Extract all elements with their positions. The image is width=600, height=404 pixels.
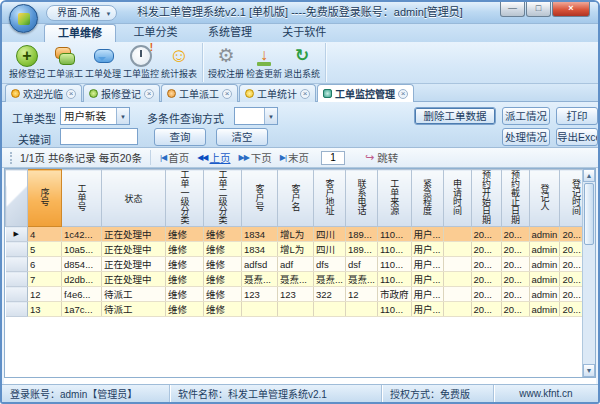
table-cell[interactable]: 维修	[166, 227, 204, 242]
table-cell[interactable]: 待派工	[102, 302, 166, 317]
table-cell[interactable]: 用户...	[411, 227, 443, 242]
table-cell[interactable]: 四川	[314, 242, 346, 257]
column-header[interactable]: 登记人	[529, 170, 560, 227]
table-cell[interactable]: 20...	[501, 287, 529, 302]
table-cell[interactable]: 聂焘...	[242, 272, 278, 287]
close-button[interactable]: ×	[552, 2, 590, 17]
table-cell[interactable]: 110...	[378, 272, 412, 287]
row-selector[interactable]	[6, 242, 28, 257]
table-cell[interactable]: 20...	[471, 242, 501, 257]
table-cell[interactable]: 维修	[204, 242, 242, 257]
table-cell[interactable]: 维修	[166, 302, 204, 317]
tab-work-order-category[interactable]: 工单分类	[120, 24, 190, 42]
search-button[interactable]: 查询	[154, 128, 206, 146]
delete-order-data-button[interactable]: 删除工单数据	[414, 107, 496, 125]
table-cell[interactable]: 用户...	[411, 257, 443, 272]
table-cell[interactable]: 1c42...	[62, 227, 102, 242]
table-cell[interactable]: 聂焘...	[314, 272, 346, 287]
vertical-scrollbar[interactable]: ▲ ▼	[582, 169, 595, 377]
table-cell[interactable]: 4	[28, 227, 62, 242]
column-header[interactable]: 紧急程度	[411, 170, 443, 227]
table-cell[interactable]	[242, 302, 278, 317]
table-cell[interactable]	[443, 257, 471, 272]
table-cell[interactable]: 1a7c...	[62, 302, 102, 317]
table-cell[interactable]: 10a5...	[62, 242, 102, 257]
table-cell[interactable]: 123	[242, 287, 278, 302]
table-cell[interactable]: adfsd	[242, 257, 278, 272]
table-cell[interactable]: 维修	[166, 287, 204, 302]
table-cell[interactable]: 维修	[204, 302, 242, 317]
column-header[interactable]: 预约开始日期	[471, 170, 501, 227]
table-cell[interactable]: 维修	[204, 227, 242, 242]
doc-tab-order-monitor-manage[interactable]: 工单监控管理×	[317, 84, 414, 102]
table-cell[interactable]: 20...	[501, 302, 529, 317]
table-cell[interactable]: 维修	[204, 287, 242, 302]
table-cell[interactable]: 20...	[501, 272, 529, 287]
table-row[interactable]: 510a5...正在处理中维修维修1834增L为四川189...110...用户…	[6, 242, 592, 257]
column-header[interactable]: 工单号	[62, 170, 102, 227]
scrollbar-thumb[interactable]	[584, 183, 594, 245]
table-cell[interactable]: 123	[278, 287, 314, 302]
table-cell[interactable]: 聂焘...	[278, 272, 314, 287]
scroll-down-icon[interactable]: ▼	[583, 364, 595, 377]
repair-register-button[interactable]: 报修登记	[8, 43, 46, 82]
table-cell[interactable]	[443, 302, 471, 317]
table-cell[interactable]: 12	[346, 287, 378, 302]
tab-system-management[interactable]: 系统管理	[195, 24, 265, 42]
column-header[interactable]: 序号	[28, 170, 62, 227]
column-header[interactable]: 工单二级分类	[204, 170, 242, 227]
last-page-button[interactable]: ▶|末页	[276, 150, 313, 165]
table-cell[interactable]: 110...	[378, 302, 412, 317]
table-cell[interactable]: admin	[529, 287, 560, 302]
order-type-select[interactable]: 用户新装	[60, 107, 130, 125]
table-row[interactable]: 6d854...正在处理中维修维修adfsdadfdfsdsf110...用户.…	[6, 257, 592, 272]
table-cell[interactable]: dfs	[314, 257, 346, 272]
tab-work-order-repair[interactable]: 工单维修	[44, 24, 116, 42]
table-cell[interactable]	[443, 272, 471, 287]
table-cell[interactable]: 110...	[378, 257, 412, 272]
keyword-input[interactable]	[60, 128, 138, 145]
jump-button[interactable]: 跳转	[365, 150, 398, 165]
order-monitor-button[interactable]: 工单监控	[122, 43, 160, 82]
table-cell[interactable]: 用户...	[411, 242, 443, 257]
table-cell[interactable]: adf	[278, 257, 314, 272]
table-row[interactable]: ▶41c42...正在处理中维修维修1834增L为四川189...110...用…	[6, 227, 592, 242]
table-row[interactable]: 7d2db...正在处理中维修维修聂焘...聂焘...聂焘...聂焘...110…	[6, 272, 592, 287]
table-cell[interactable]	[443, 287, 471, 302]
table-cell[interactable]: 1834	[242, 242, 278, 257]
exit-system-button[interactable]: 退出系统	[283, 43, 321, 82]
table-row[interactable]: 131a7c...待派工维修维修110...用户...20...20...adm…	[6, 302, 592, 317]
table-cell[interactable]: 正在处理中	[102, 257, 166, 272]
column-header[interactable]: 客户地址	[314, 170, 346, 227]
table-cell[interactable]: 5	[28, 242, 62, 257]
close-icon[interactable]: ×	[222, 89, 232, 99]
column-header[interactable]: 状态	[102, 170, 166, 227]
table-cell[interactable]: dsf	[346, 257, 378, 272]
table-cell[interactable]: 增L为	[278, 242, 314, 257]
table-cell[interactable]	[443, 242, 471, 257]
table-cell[interactable]: 20...	[471, 302, 501, 317]
table-cell[interactable]: admin	[529, 227, 560, 242]
table-cell[interactable]: 20...	[501, 257, 529, 272]
table-cell[interactable]: 待派工	[102, 287, 166, 302]
scroll-up-icon[interactable]: ▲	[583, 169, 595, 182]
table-cell[interactable]: 20...	[471, 227, 501, 242]
doc-tab-welcome[interactable]: 欢迎光临×	[5, 84, 82, 102]
column-header[interactable]: 申请时间	[443, 170, 471, 227]
process-status-button[interactable]: 处理情况	[502, 128, 550, 146]
table-cell[interactable]: 20...	[471, 287, 501, 302]
table-cell[interactable]	[443, 227, 471, 242]
table-cell[interactable]: 189...	[346, 242, 378, 257]
table-cell[interactable]: 6	[28, 257, 62, 272]
check-update-button[interactable]: 检查更新	[245, 43, 283, 82]
table-cell[interactable]: 13	[28, 302, 62, 317]
table-cell[interactable]: 20...	[471, 272, 501, 287]
table-cell[interactable]: admin	[529, 272, 560, 287]
table-cell[interactable]: 正在处理中	[102, 227, 166, 242]
table-cell[interactable]: 322	[314, 287, 346, 302]
table-row[interactable]: 12f4e6...待派工维修维修12312332212市政府用户...20...…	[6, 287, 592, 302]
page-number-input[interactable]	[321, 151, 345, 165]
row-selector[interactable]: ▶	[6, 227, 28, 242]
skin-style-button[interactable]: 界面-风格	[46, 5, 117, 21]
table-cell[interactable]: 增L为	[278, 227, 314, 242]
